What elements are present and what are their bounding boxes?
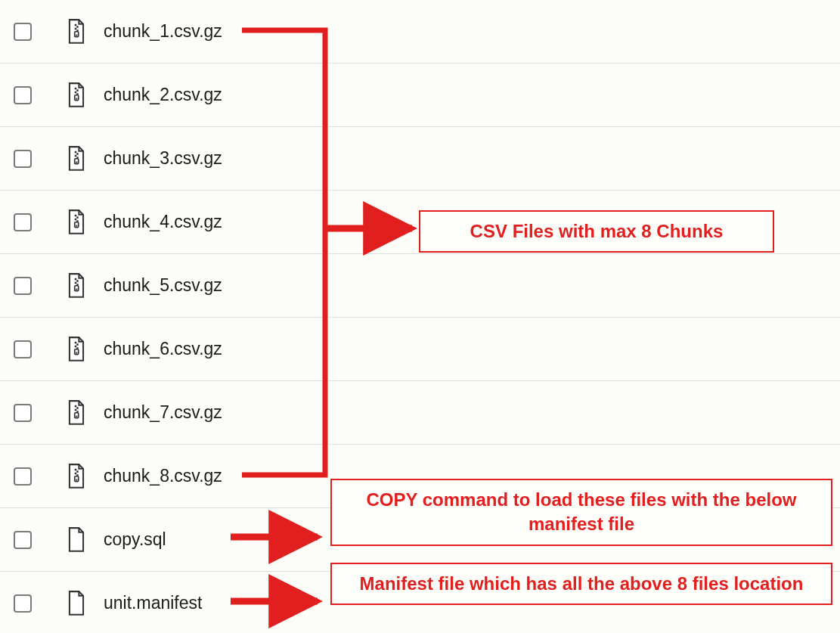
svg-rect-6 — [75, 87, 76, 88]
row-checkbox[interactable] — [14, 531, 32, 549]
svg-rect-1 — [76, 26, 78, 27]
file-archive-icon — [66, 209, 87, 235]
row-checkbox[interactable] — [14, 23, 32, 41]
file-archive-icon — [66, 146, 87, 172]
svg-point-5 — [76, 34, 77, 36]
file-archive-icon — [66, 273, 87, 299]
svg-rect-36 — [75, 405, 76, 406]
row-checkbox[interactable] — [14, 86, 32, 104]
svg-point-47 — [76, 479, 77, 480]
svg-rect-7 — [76, 89, 78, 91]
svg-rect-8 — [75, 91, 76, 92]
file-icon — [66, 527, 87, 553]
file-icon — [66, 591, 87, 616]
list-item[interactable]: chunk_7.csv.gz — [0, 381, 840, 445]
svg-rect-42 — [75, 468, 76, 470]
svg-rect-18 — [75, 214, 76, 216]
svg-rect-38 — [75, 408, 76, 410]
svg-rect-13 — [76, 153, 78, 154]
row-checkbox[interactable] — [14, 340, 32, 358]
annotation-callout-chunks: CSV Files with max 8 Chunks — [419, 210, 774, 253]
list-item[interactable]: chunk_1.csv.gz — [0, 0, 840, 64]
svg-rect-26 — [75, 281, 76, 283]
svg-point-17 — [76, 161, 77, 163]
svg-rect-14 — [75, 154, 76, 156]
svg-rect-32 — [75, 345, 76, 346]
svg-rect-31 — [76, 343, 78, 345]
svg-rect-24 — [75, 278, 76, 279]
svg-rect-0 — [75, 23, 76, 25]
svg-point-11 — [76, 98, 77, 99]
svg-point-41 — [76, 415, 77, 417]
file-name[interactable]: chunk_8.csv.gz — [104, 466, 222, 486]
annotation-callout-copy: COPY command to load these files with th… — [330, 479, 832, 546]
row-checkbox[interactable] — [14, 213, 32, 231]
list-item[interactable]: chunk_6.csv.gz — [0, 318, 840, 381]
file-name[interactable]: chunk_2.csv.gz — [104, 85, 222, 105]
svg-rect-37 — [76, 407, 78, 408]
file-name[interactable]: chunk_3.csv.gz — [104, 148, 222, 169]
svg-rect-44 — [75, 472, 76, 473]
file-archive-icon — [66, 400, 87, 426]
row-checkbox[interactable] — [14, 277, 32, 295]
file-name[interactable]: unit.manifest — [104, 593, 202, 613]
svg-rect-20 — [75, 218, 76, 219]
file-name[interactable]: copy.sql — [104, 529, 166, 550]
svg-rect-2 — [75, 27, 76, 29]
file-name[interactable]: chunk_4.csv.gz — [104, 212, 222, 232]
svg-rect-25 — [76, 280, 78, 281]
svg-rect-30 — [75, 341, 76, 343]
row-checkbox[interactable] — [14, 467, 32, 486]
svg-rect-12 — [75, 150, 76, 152]
row-checkbox[interactable] — [14, 150, 32, 168]
annotation-callout-manifest: Manifest file which has all the above 8 … — [330, 563, 832, 605]
file-archive-icon — [66, 19, 87, 45]
svg-rect-43 — [76, 470, 78, 472]
file-archive-icon — [66, 337, 87, 362]
file-name[interactable]: chunk_6.csv.gz — [104, 339, 222, 359]
list-item[interactable]: chunk_5.csv.gz — [0, 254, 840, 318]
svg-rect-19 — [76, 216, 78, 218]
list-item[interactable]: chunk_2.csv.gz — [0, 64, 840, 127]
svg-point-23 — [76, 225, 77, 226]
file-name[interactable]: chunk_5.csv.gz — [104, 275, 222, 296]
file-name[interactable]: chunk_7.csv.gz — [104, 402, 222, 423]
file-archive-icon — [66, 464, 87, 489]
row-checkbox[interactable] — [14, 594, 32, 613]
list-item[interactable]: chunk_3.csv.gz — [0, 127, 840, 191]
svg-point-35 — [76, 352, 77, 353]
file-name[interactable]: chunk_1.csv.gz — [104, 21, 222, 42]
file-archive-icon — [66, 82, 87, 108]
svg-point-29 — [76, 288, 77, 290]
row-checkbox[interactable] — [14, 404, 32, 422]
